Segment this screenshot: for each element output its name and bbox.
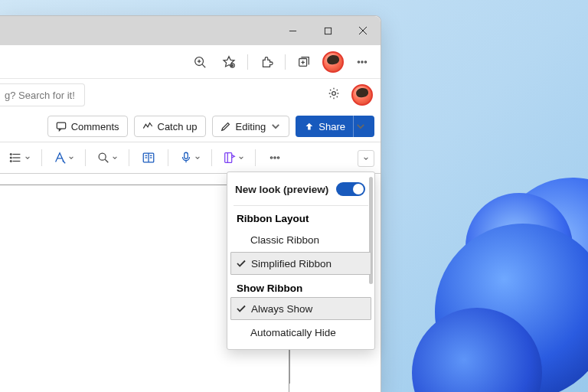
browser-profile-avatar[interactable] [319, 48, 347, 76]
svg-point-37 [277, 157, 279, 158]
svg-point-16 [364, 60, 366, 62]
share-button[interactable]: Share [296, 116, 374, 137]
settings-icon[interactable] [327, 87, 341, 103]
svg-rect-18 [57, 122, 65, 129]
editing-mode-button[interactable]: Editing [212, 116, 290, 137]
favorites-icon[interactable] [215, 48, 243, 76]
dictate-icon[interactable] [176, 145, 204, 170]
ribbon-options-button[interactable] [358, 150, 374, 167]
show-ribbon-heading: Show Ribbon [227, 275, 374, 297]
new-look-toggle[interactable] [336, 182, 365, 196]
classic-ribbon-label: Classic Ribbon [250, 234, 319, 246]
svg-point-25 [99, 153, 106, 160]
catch-up-label: Catch up [158, 121, 198, 132]
comments-label: Comments [71, 121, 119, 132]
window-titlebar [0, 16, 381, 45]
window-close-button[interactable] [345, 16, 381, 45]
command-bar: Comments Catch up Editing Share [0, 111, 381, 142]
new-look-label: New look (preview) [235, 184, 328, 195]
ribbon-options-menu: New look (preview) Ribbon Layout Classic… [227, 172, 375, 350]
catch-up-button[interactable]: Catch up [134, 116, 206, 137]
svg-point-22 [10, 154, 11, 155]
bullets-icon[interactable] [6, 145, 34, 170]
svg-point-23 [10, 157, 11, 158]
svg-point-36 [274, 157, 276, 158]
window-minimize-button[interactable] [275, 16, 310, 45]
automatically-hide-option[interactable]: Automatically Hide [227, 320, 374, 345]
check-icon [236, 258, 247, 269]
svg-line-5 [202, 64, 205, 67]
always-show-label: Always Show [251, 303, 312, 315]
ribbon-overflow-icon[interactable] [263, 145, 286, 170]
share-caret-icon[interactable] [353, 116, 367, 137]
svg-rect-34 [225, 153, 232, 163]
new-look-toggle-row[interactable]: New look (preview) [227, 175, 374, 203]
ribbon-toolbar [0, 142, 381, 174]
svg-point-24 [10, 161, 11, 162]
designer-icon[interactable] [220, 145, 247, 170]
classic-ribbon-option[interactable]: Classic Ribbon [227, 227, 374, 252]
window-maximize-button[interactable] [310, 16, 345, 45]
svg-point-15 [361, 60, 363, 62]
svg-line-26 [105, 159, 108, 162]
zoom-icon[interactable] [186, 48, 214, 76]
svg-point-17 [332, 92, 336, 96]
comments-button[interactable]: Comments [47, 116, 128, 137]
share-label: Share [318, 121, 345, 132]
simplified-ribbon-option[interactable]: Simplified Ribbon [230, 252, 371, 275]
styles-icon[interactable] [50, 145, 77, 170]
always-show-option[interactable]: Always Show [230, 297, 371, 320]
svg-rect-33 [185, 152, 188, 158]
browser-menu-icon[interactable] [348, 48, 376, 76]
svg-point-14 [358, 60, 359, 62]
search-placeholder: g? Search for it! [5, 90, 75, 101]
automatically-hide-label: Automatically Hide [250, 327, 336, 338]
editing-label: Editing [236, 121, 266, 132]
collections-icon[interactable] [290, 48, 318, 76]
search-input[interactable]: g? Search for it! [0, 83, 85, 106]
browser-toolbar [0, 45, 381, 79]
svg-point-35 [270, 157, 272, 158]
app-profile-avatar[interactable] [351, 84, 373, 106]
app-header: g? Search for it! [0, 79, 381, 111]
simplified-ribbon-label: Simplified Ribbon [251, 258, 332, 270]
extensions-icon[interactable] [253, 48, 280, 76]
check-icon [236, 303, 247, 314]
ribbon-layout-heading: Ribbon Layout [227, 208, 374, 227]
find-icon[interactable] [93, 145, 121, 170]
reading-view-icon[interactable] [137, 145, 160, 170]
svg-rect-1 [325, 28, 331, 34]
